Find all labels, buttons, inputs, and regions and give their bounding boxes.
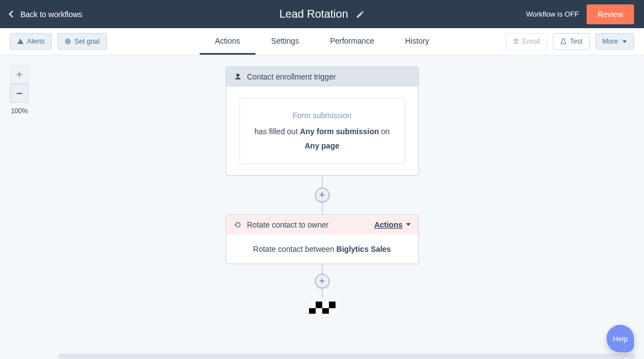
connector-line [322, 264, 323, 274]
horizontal-scrollbar[interactable] [58, 353, 636, 359]
trigger-card-body: Form submission has filled out Any form … [226, 87, 418, 175]
chevron-left-icon [9, 10, 16, 18]
card-actions-label: Actions [374, 220, 402, 229]
workflow-title: Lead Rotation [279, 8, 348, 20]
edit-icon[interactable] [356, 10, 365, 19]
zoom-in-button: + [10, 65, 29, 84]
test-label: Test [570, 38, 583, 45]
trigger-title: Contact enrollment trigger [247, 72, 336, 81]
connector-line [322, 202, 323, 214]
back-label: Back to workflows [20, 10, 82, 19]
tab-settings[interactable]: Settings [256, 28, 315, 55]
trigger-line1: has filled out Any form submission on [248, 124, 397, 139]
action-card-header: Rotate contact to owner Actions [226, 215, 418, 235]
connector-line [322, 288, 323, 298]
toolbar: Alerts Set goal Actions Settings Perform… [0, 28, 644, 55]
canvas[interactable]: + − 100% Contact enrollment trigger Form… [0, 55, 644, 359]
target-icon [65, 38, 71, 45]
zoom-level: 100% [11, 107, 28, 115]
flask-icon [560, 38, 567, 45]
help-button[interactable]: Help [606, 325, 634, 352]
workflow-status: Workflow is OFF [526, 10, 579, 18]
chevron-down-icon [406, 223, 411, 226]
set-goal-button[interactable]: Set goal [57, 33, 107, 50]
action-card[interactable]: Rotate contact to owner Actions Rotate c… [226, 214, 419, 264]
add-step-button-2[interactable]: + [315, 274, 329, 288]
action-card-body: Rotate contact between Biglytics Sales [226, 235, 418, 263]
review-button[interactable]: Review [587, 4, 634, 24]
zoom-controls: + − 100% [10, 65, 29, 115]
alerts-button[interactable]: Alerts [10, 33, 52, 50]
enroll-label: Enroll [523, 38, 540, 45]
top-right-group: Workflow is OFF Review [526, 4, 634, 24]
more-button[interactable]: More [595, 33, 634, 50]
test-button[interactable]: Test [553, 33, 590, 50]
person-icon [234, 73, 242, 81]
tab-actions[interactable]: Actions [199, 28, 256, 55]
help-label: Help [613, 335, 628, 343]
connector-line [322, 176, 323, 188]
chevron-down-icon [622, 40, 627, 43]
enroll-icon [513, 38, 519, 45]
top-bar: Back to workflows Lead Rotation Workflow… [0, 0, 644, 28]
add-step-button-1[interactable]: + [315, 188, 329, 202]
title-group: Lead Rotation [279, 8, 365, 20]
tab-performance[interactable]: Performance [315, 28, 390, 55]
trigger-line2: Any page [248, 139, 397, 154]
zoom-out-button[interactable]: − [10, 84, 29, 103]
more-label: More [603, 38, 618, 45]
trigger-condition-box[interactable]: Form submission has filled out Any form … [239, 98, 405, 164]
card-actions-menu[interactable]: Actions [374, 220, 410, 229]
enroll-button: Enroll [505, 33, 547, 50]
set-goal-label: Set goal [74, 38, 100, 45]
action-title: Rotate contact to owner [247, 220, 329, 229]
rotate-icon [234, 221, 242, 229]
trigger-card[interactable]: Contact enrollment trigger Form submissi… [226, 66, 419, 176]
alerts-label: Alerts [27, 38, 45, 45]
tab-history[interactable]: History [390, 28, 445, 55]
warning-icon [17, 38, 24, 45]
finish-flag-icon [309, 302, 336, 314]
trigger-sub: Form submission [248, 108, 397, 123]
trigger-card-header: Contact enrollment trigger [226, 67, 418, 87]
back-link[interactable]: Back to workflows [10, 10, 82, 19]
tabs: Actions Settings Performance History [199, 28, 444, 55]
workflow-flow: Contact enrollment trigger Form submissi… [226, 66, 419, 314]
